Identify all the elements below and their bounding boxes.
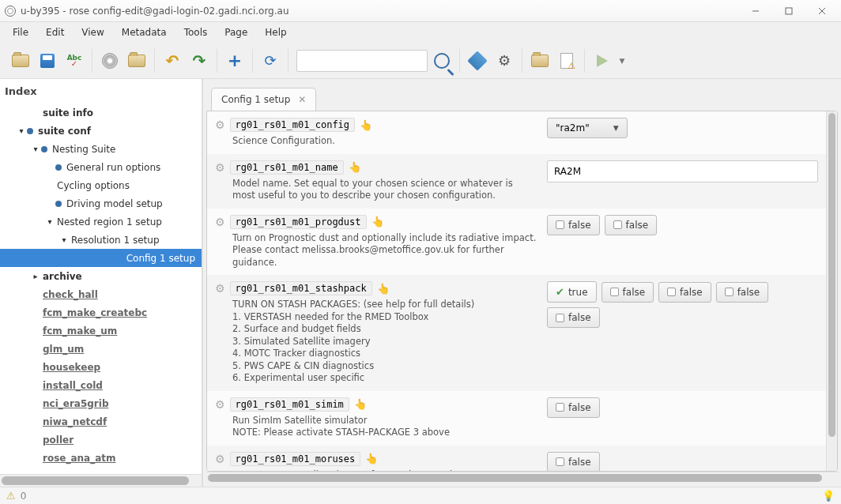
reload-icon: ⟳ bbox=[264, 52, 276, 69]
settings-button[interactable]: ⚙ bbox=[492, 48, 517, 73]
run-dropdown[interactable]: ▼ bbox=[617, 48, 628, 73]
config-desc: Model name. Set equal to your chosen sci… bbox=[232, 178, 537, 202]
gear-icon[interactable]: ⚙ bbox=[215, 118, 225, 131]
tree-item[interactable]: niwa_netcdf bbox=[0, 412, 202, 431]
pointer-icon[interactable]: 👆 bbox=[354, 398, 367, 410]
tree-item[interactable]: install_cold bbox=[0, 376, 202, 394]
tab-config1[interactable]: Config 1 setup ✕ bbox=[211, 88, 316, 111]
combo-select[interactable]: "ra2m"▼ bbox=[547, 118, 628, 138]
gear-icon[interactable]: ⚙ bbox=[215, 398, 225, 411]
tree-label: Resolution 1 setup bbox=[70, 235, 160, 246]
menu-help[interactable]: Help bbox=[257, 24, 294, 40]
tree-item[interactable]: fcm_make_createbc bbox=[0, 303, 202, 322]
reload-button[interactable]: ⟳ bbox=[258, 48, 283, 73]
form-hscroll[interactable] bbox=[206, 472, 838, 483]
gear-icon[interactable]: ⚙ bbox=[215, 282, 225, 295]
toggle-button[interactable]: false bbox=[605, 215, 658, 235]
toggle-button[interactable]: false bbox=[547, 452, 600, 471]
tree-item[interactable]: ▾Nested region 1 setup bbox=[0, 213, 202, 231]
toggle-button[interactable]: false bbox=[547, 215, 600, 235]
search-button[interactable] bbox=[429, 48, 454, 73]
text-input[interactable] bbox=[547, 160, 818, 182]
toggle-button[interactable]: false bbox=[602, 282, 654, 303]
close-button[interactable] bbox=[808, 2, 836, 21]
expander-icon[interactable]: ▾ bbox=[44, 217, 55, 226]
tree[interactable]: suite info▾suite conf▾Nesting SuiteGener… bbox=[0, 103, 202, 474]
tree-item[interactable]: ▾Resolution 1 setup bbox=[0, 231, 202, 249]
expander-icon[interactable]: ▾ bbox=[16, 126, 27, 135]
toggle-button[interactable]: false bbox=[547, 397, 600, 418]
tree-item[interactable]: glm_um bbox=[0, 340, 202, 358]
toggle-button[interactable]: false bbox=[658, 282, 711, 303]
tree-item[interactable]: rose_ana_atm bbox=[0, 449, 202, 467]
expander-icon[interactable]: ▸ bbox=[30, 272, 41, 280]
row-left: ⚙rg01_rs01_m01_progdust👆Turn on Prognost… bbox=[215, 215, 547, 269]
tree-item[interactable]: Config 1 setup bbox=[0, 249, 202, 267]
diamond-button[interactable] bbox=[465, 48, 490, 73]
tree-item[interactable]: General run options bbox=[0, 158, 202, 176]
folder2-button[interactable] bbox=[527, 48, 552, 73]
redo-button[interactable]: ↷ bbox=[187, 48, 212, 73]
menu-metadata[interactable]: Metadata bbox=[114, 24, 175, 40]
open-button[interactable] bbox=[8, 48, 33, 73]
pointer-icon[interactable]: 👆 bbox=[377, 283, 390, 295]
toggle-label: false bbox=[737, 287, 760, 298]
tree-item[interactable]: ▾Nesting Suite bbox=[0, 140, 202, 158]
expander-icon[interactable]: ▾ bbox=[58, 235, 70, 244]
config-row: ⚙rg01_rs01_m01_simim👆Run SimIm Satellite… bbox=[207, 391, 826, 446]
toolbar-separator bbox=[92, 49, 92, 73]
spellcheck-button[interactable]: Abc bbox=[62, 48, 87, 73]
pointer-icon[interactable]: 👆 bbox=[349, 161, 361, 173]
tree-item[interactable]: Cycling options bbox=[0, 176, 202, 194]
gear-icon[interactable]: ⚙ bbox=[215, 161, 225, 174]
menu-tools[interactable]: Tools bbox=[176, 24, 216, 40]
close-tab-icon[interactable]: ✕ bbox=[298, 94, 306, 105]
save-button[interactable] bbox=[35, 48, 60, 73]
run-button[interactable] bbox=[590, 48, 615, 73]
gear-icon[interactable]: ⚙ bbox=[215, 453, 225, 465]
scroll-thumb[interactable] bbox=[828, 113, 835, 437]
menu-edit[interactable]: Edit bbox=[38, 24, 72, 40]
scroll-thumb[interactable] bbox=[208, 474, 822, 482]
tree-item[interactable]: nci_era5grib bbox=[0, 394, 202, 412]
menu-page[interactable]: Page bbox=[217, 24, 255, 40]
pointer-icon[interactable]: 👆 bbox=[365, 453, 378, 465]
maximize-button[interactable] bbox=[775, 2, 803, 21]
tree-item[interactable]: poller bbox=[0, 431, 202, 449]
tree-item[interactable]: ▸archive bbox=[0, 267, 202, 285]
config-row: ⚙rg01_rs01_m01_stashpack👆TURN ON STASH P… bbox=[207, 275, 826, 391]
tree-item[interactable]: housekeep bbox=[0, 358, 202, 376]
tree-item[interactable]: ▾suite conf bbox=[0, 122, 202, 140]
config-key: rg01_rs01_m01_config bbox=[230, 118, 356, 132]
pointer-icon[interactable]: 👆 bbox=[371, 216, 384, 228]
sidebar-hscroll[interactable] bbox=[0, 474, 202, 487]
undo-button[interactable]: ↶ bbox=[160, 48, 185, 73]
toggle-button[interactable]: false bbox=[547, 307, 600, 328]
add-button[interactable]: + bbox=[222, 48, 247, 73]
tree-item[interactable]: check_hall bbox=[0, 285, 202, 303]
form-area: ⚙rg01_rs01_m01_config👆Science Configurat… bbox=[206, 111, 838, 472]
disc-button[interactable] bbox=[97, 48, 123, 73]
gear-icon[interactable]: ⚙ bbox=[215, 216, 225, 228]
search-input[interactable] bbox=[296, 50, 428, 72]
menu-file[interactable]: File bbox=[5, 24, 36, 40]
tree-item[interactable]: suite info bbox=[0, 103, 202, 122]
scroll-thumb[interactable] bbox=[2, 476, 189, 485]
tree-item[interactable]: fcm_make_um bbox=[0, 322, 202, 340]
form-scroll[interactable]: ⚙rg01_rs01_m01_config👆Science Configurat… bbox=[207, 111, 826, 471]
pointer-icon[interactable]: 👆 bbox=[360, 119, 372, 131]
tree-item[interactable]: Driving model setup bbox=[0, 194, 202, 213]
expander-icon[interactable]: ▾ bbox=[30, 145, 41, 153]
menu-view[interactable]: View bbox=[74, 24, 111, 40]
form-vscroll[interactable] bbox=[826, 111, 837, 471]
doc-warning-button[interactable] bbox=[554, 48, 579, 73]
toggle-button[interactable]: false bbox=[716, 282, 769, 303]
toggle-button[interactable]: ✔true bbox=[547, 281, 597, 303]
sidebar-title: Index bbox=[0, 79, 202, 103]
minimize-button[interactable] bbox=[741, 2, 770, 21]
toggle-label: false bbox=[568, 312, 591, 323]
row-left: ⚙rg01_rs01_m01_stashpack👆TURN ON STASH P… bbox=[215, 281, 547, 385]
row-left: ⚙rg01_rs01_m01_config👆Science Configurat… bbox=[215, 118, 547, 148]
folder-button[interactable] bbox=[124, 48, 149, 73]
row-left: ⚙rg01_rs01_m01_simim👆Run SimIm Satellite… bbox=[215, 397, 547, 439]
